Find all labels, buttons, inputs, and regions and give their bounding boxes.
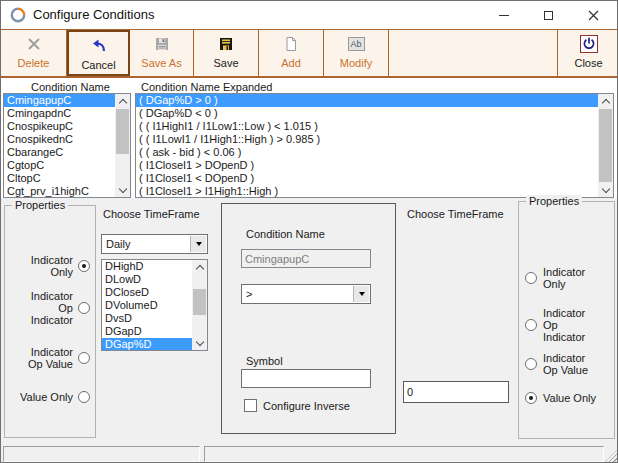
condition-list-item[interactable]: CltopC [4, 172, 115, 185]
operator-combobox[interactable]: > [241, 284, 371, 304]
scroll-up-icon[interactable] [115, 94, 130, 108]
radio-button-icon[interactable] [78, 352, 90, 364]
add-button[interactable]: Add [259, 30, 324, 76]
right-properties-title: Properties [526, 195, 582, 207]
configure-conditions-window: Configure Conditions Delete Cancel Save … [0, 0, 618, 463]
radio-option-indicator-only[interactable]: IndicatorOnly [519, 266, 614, 290]
radio-button-icon[interactable] [78, 302, 90, 314]
dropdown-arrow-icon[interactable] [353, 286, 369, 302]
radio-option-value-only[interactable]: Value Only [5, 391, 95, 403]
maximize-icon [544, 11, 553, 20]
floppy-gray-icon [154, 34, 170, 54]
ab-icon: Ab [348, 34, 365, 54]
save-as-button-label: Save As [141, 57, 181, 69]
cancel-button[interactable]: Cancel [67, 30, 130, 76]
dropdown-arrow-icon[interactable] [190, 236, 206, 252]
expanded-list-item[interactable]: ( ( ask - bid ) < 0.06 ) [136, 146, 598, 159]
timeframe-combobox[interactable]: Daily [101, 234, 208, 254]
delete-button[interactable]: Delete [1, 30, 67, 76]
radio-option-indicator-op-value[interactable]: IndicatorOp Value [5, 346, 95, 370]
scroll-up-icon[interactable] [192, 260, 207, 274]
scrollbar-thumb[interactable] [193, 289, 206, 315]
minimize-button[interactable] [481, 1, 526, 29]
condition-name-label: Condition Name [246, 228, 325, 240]
scrollbar-thumb[interactable] [116, 109, 129, 154]
condition-list-item[interactable]: Cgt_prv_i1highC [4, 185, 115, 198]
radio-button-icon[interactable] [525, 319, 537, 331]
radio-option-indicator-op-value[interactable]: IndicatorOp Value [519, 352, 614, 376]
condition-list-item[interactable]: CnospikeupC [4, 120, 115, 133]
condition-list-item[interactable]: CmingapupC [4, 94, 115, 107]
scroll-up-icon[interactable] [598, 94, 613, 108]
maximize-button[interactable] [526, 1, 571, 29]
minimize-icon [499, 15, 509, 16]
expanded-list-item[interactable]: ( I1CloseI1 > DOpenD ) [136, 159, 598, 172]
indicator-list[interactable]: DHighDDLowDDCloseDDVolumeDDvsDDGapDDGap%… [101, 259, 208, 351]
modify-button-label: Modify [340, 57, 372, 69]
radio-option-label: IndicatorOp Value [543, 352, 588, 376]
radio-button-icon[interactable] [78, 391, 90, 403]
modify-button[interactable]: Ab Modify [324, 30, 389, 76]
radio-option-indicator-op-indicator[interactable]: IndicatorOpIndicator [5, 290, 95, 326]
configure-inverse-checkbox[interactable] [244, 399, 257, 412]
condition-name-list[interactable]: CmingapupCCmingapdnCCnospikeupCCnospiked… [3, 93, 131, 198]
condition-list-item[interactable]: CgtopC [4, 159, 115, 172]
condition-list-scrollbar[interactable] [115, 94, 130, 197]
expanded-list-item[interactable]: ( DGap%D > 0 ) [136, 94, 598, 107]
scrollbar-thumb[interactable] [599, 109, 612, 182]
window-title: Configure Conditions [33, 1, 154, 29]
radio-option-label: IndicatorOnly [31, 254, 73, 278]
indicator-list-item[interactable]: DLowD [102, 273, 192, 286]
condition-name-expanded-header: Condition Name Expanded [141, 81, 272, 93]
symbol-input[interactable] [241, 369, 371, 388]
radio-option-indicator-op-indicator[interactable]: IndicatorOpIndicator [519, 307, 614, 343]
scroll-down-icon[interactable] [598, 183, 613, 197]
scroll-down-icon[interactable] [192, 336, 207, 350]
expanded-list-item[interactable]: ( DGap%D < 0 ) [136, 107, 598, 120]
expanded-list-item[interactable]: ( ( I1LowI1 / I1High1::High ) > 0.985 ) [136, 133, 598, 146]
undo-icon [90, 36, 108, 56]
close-button[interactable]: Close [557, 30, 618, 76]
radio-option-label: IndicatorOpIndicator [543, 307, 585, 343]
indicator-list-item[interactable]: DGap%D [102, 338, 192, 351]
expanded-list-item[interactable]: ( I1CloseI1 < DOpenD ) [136, 172, 598, 185]
page-icon [283, 34, 299, 54]
condition-name-field: CmingapupC [241, 249, 371, 268]
radio-button-icon[interactable] [525, 272, 537, 284]
status-panel-left [3, 446, 200, 462]
indicator-list-item[interactable]: DCloseD [102, 286, 192, 299]
power-icon [580, 34, 598, 54]
indicator-list-scrollbar[interactable] [192, 260, 207, 350]
indicator-list-item[interactable]: DGapD [102, 325, 192, 338]
radio-option-value-only[interactable]: Value Only [519, 392, 614, 404]
indicator-list-item[interactable]: DVolumeD [102, 299, 192, 312]
resize-grip[interactable] [605, 450, 617, 462]
symbol-label: Symbol [246, 355, 283, 367]
timeframe-combobox-value: Daily [106, 235, 130, 253]
save-button[interactable]: Save [194, 30, 259, 76]
right-properties-group: Properties IndicatorOnlyIndicatorOpIndic… [518, 201, 615, 439]
expanded-list-scrollbar[interactable] [598, 94, 613, 197]
radio-option-label: IndicatorOnly [543, 266, 585, 290]
status-bar [1, 444, 618, 463]
save-as-button[interactable]: Save As [130, 30, 194, 76]
indicator-list-item[interactable]: DHighD [102, 260, 192, 273]
radio-option-label: IndicatorOpIndicator [31, 290, 73, 326]
delete-x-icon [26, 34, 42, 54]
choose-timeframe-label-right: Choose TimeFrame [407, 208, 504, 220]
condition-list-item[interactable]: CbarangeC [4, 146, 115, 159]
scroll-down-icon[interactable] [115, 183, 130, 197]
radio-option-indicator-only[interactable]: IndicatorOnly [5, 254, 95, 278]
radio-button-icon[interactable] [525, 392, 537, 404]
expanded-list-item[interactable]: ( ( I1HighI1 / I1Low1::Low ) < 1.015 ) [136, 120, 598, 133]
radio-option-label: Value Only [20, 391, 73, 403]
indicator-list-item[interactable]: DvsD [102, 312, 192, 325]
radio-button-icon[interactable] [525, 358, 537, 370]
condition-expanded-list[interactable]: ( DGap%D > 0 )( DGap%D < 0 )( ( I1HighI1… [135, 93, 614, 198]
condition-list-item[interactable]: CmingapdnC [4, 107, 115, 120]
value-input[interactable] [403, 381, 509, 403]
radio-button-icon[interactable] [78, 260, 90, 272]
condition-list-item[interactable]: CnospikednC [4, 133, 115, 146]
close-window-button[interactable] [571, 1, 616, 29]
close-icon [588, 10, 599, 21]
